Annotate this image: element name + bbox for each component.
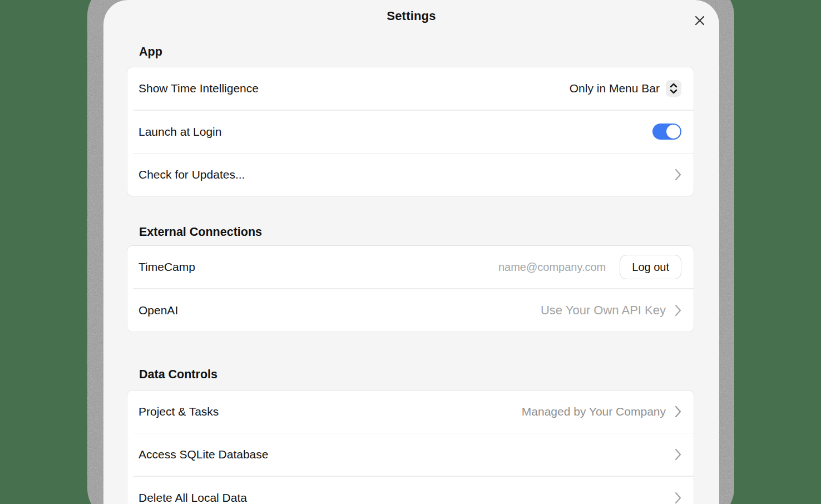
card-data-controls: Project & Tasks Managed by Your Company …: [127, 390, 694, 504]
chevron-right-icon: [675, 169, 681, 181]
section-heading-external-connections: External Connections: [139, 225, 694, 239]
chevron-up-down-icon: [666, 80, 681, 97]
project-tasks-value: Managed by Your Company: [522, 405, 666, 418]
row-access-sqlite-database[interactable]: Access SQLite Database: [127, 433, 694, 476]
card-external-connections: TimeCamp name@company.com Log out OpenAI…: [127, 245, 694, 332]
show-time-intelligence-value: Only in Menu Bar: [570, 82, 660, 95]
row-label: Check for Updates...: [139, 168, 245, 181]
show-time-intelligence-select[interactable]: Only in Menu Bar: [570, 80, 681, 97]
row-label: Access SQLite Database: [139, 448, 268, 461]
logout-button[interactable]: Log out: [620, 255, 681, 279]
settings-window: Settings App Show Time Intelligence Only…: [103, 0, 719, 504]
row-check-for-updates[interactable]: Check for Updates...: [127, 154, 694, 196]
row-launch-at-login: Launch at Login: [127, 111, 694, 153]
chevron-right-icon: [675, 406, 681, 418]
chevron-right-icon: [675, 492, 681, 504]
section-heading-app: App: [139, 45, 694, 59]
row-openai[interactable]: OpenAI Use Your Own API Key: [127, 289, 694, 332]
section-heading-data-controls: Data Controls: [139, 367, 694, 382]
row-label: Project & Tasks: [139, 405, 219, 418]
launch-at-login-toggle[interactable]: [652, 123, 681, 140]
row-label: TimeCamp: [139, 260, 195, 274]
row-label: OpenAI: [139, 304, 178, 317]
row-show-time-intelligence: Show Time Intelligence Only in Menu Bar: [127, 67, 694, 110]
card-app: Show Time Intelligence Only in Menu Bar …: [127, 67, 694, 196]
row-timecamp: TimeCamp name@company.com Log out: [127, 246, 694, 288]
close-button[interactable]: [692, 13, 708, 28]
chevron-right-icon: [675, 448, 681, 461]
row-label: Launch at Login: [139, 125, 221, 139]
row-label: Delete All Local Data: [139, 491, 247, 504]
row-label: Show Time Intelligence: [139, 82, 259, 95]
close-icon: [694, 14, 706, 27]
row-delete-all-local-data[interactable]: Delete All Local Data: [127, 477, 694, 504]
window-title: Settings: [103, 9, 719, 23]
row-project-tasks[interactable]: Project & Tasks Managed by Your Company: [127, 391, 694, 433]
settings-content: App Show Time Intelligence Only in Menu …: [127, 45, 694, 504]
openai-api-key-value: Use Your Own API Key: [541, 303, 666, 318]
timecamp-account-email: name@company.com: [498, 261, 606, 274]
titlebar: Settings: [103, 0, 719, 33]
toggle-knob: [666, 125, 680, 139]
chevron-right-icon: [675, 304, 681, 317]
